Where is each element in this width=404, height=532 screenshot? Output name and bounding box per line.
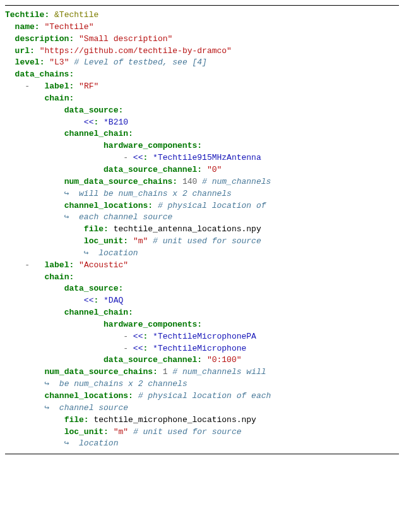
item1-file-key: file <box>84 224 104 234</box>
item2-label-val: "Acoustic" <box>79 260 128 270</box>
item1-locunit-comment: # unit used for source <box>153 236 261 246</box>
item1-locunit-key: loc_unit <box>84 236 123 246</box>
level-val: "L3" <box>49 57 69 67</box>
item2-chloc-key: channel_locations <box>44 391 128 401</box>
item2-locunit-comment: # unit used for source <box>133 427 242 437</box>
item2-label-key: label <box>44 260 69 270</box>
item2-chain-key: chain <box>44 272 69 282</box>
item2-hw-key: hardware_components <box>104 320 197 329</box>
description-val: "Small description" <box>79 34 172 44</box>
item2-daq: *DAQ <box>104 296 123 305</box>
item2-locunit-val: "m" <box>114 427 128 437</box>
item1-numchains-comment: # num_channels <box>202 177 271 186</box>
item1-chloc-comment: # physical location of <box>158 201 266 210</box>
item1-merge2: << <box>133 153 143 162</box>
item1-chloc-cont: each channel source <box>69 212 172 222</box>
name-val: "Techtile" <box>44 22 93 32</box>
item2-merge3: << <box>133 344 143 353</box>
item1-cc-key: channel_chain <box>64 129 128 138</box>
cont-arrow: ↪ <box>84 248 89 258</box>
item2-dsc-key: data_source_channel <box>104 355 197 365</box>
item2-micpa: *TechtileMicrophonePA <box>153 332 256 341</box>
item1-locunit-val: "m" <box>133 236 148 246</box>
item1-label-val: "RF" <box>79 82 98 91</box>
item2-merge: << <box>84 296 94 305</box>
item1-dsc-key: data_source_channel <box>104 165 197 174</box>
root-key: Techtile <box>5 10 44 20</box>
item1-merge: << <box>84 118 94 127</box>
item2-chloc-cont: channel source <box>49 403 128 413</box>
item1-locunit-cont: location <box>89 248 138 258</box>
item1-numchains-val: 140 <box>182 177 197 186</box>
yaml-code-block: Techtile: &Techtile name: "Techtile" des… <box>5 5 399 454</box>
url-val: "https://github.com/techtile-by-dramco" <box>40 46 232 56</box>
level-comment: # Level of testbed, see [4] <box>74 57 207 67</box>
name-key: name <box>15 22 35 32</box>
item2-numchains-cont: be num_chains x 2 channels <box>49 379 187 389</box>
item1-label-key: label <box>44 82 69 91</box>
item1-numchains-key: num_data_source_chains <box>64 177 173 186</box>
item2-ds-key: data_source <box>64 284 119 293</box>
item1-chain-key: chain <box>44 94 69 103</box>
item1-numchains-cont: will be num_chains x 2 channels <box>69 189 231 198</box>
item1-dsc-val: "0" <box>207 165 222 174</box>
item2-dsc-val: "0:100" <box>207 355 242 365</box>
level-key: level <box>15 57 40 67</box>
item2-merge2: << <box>133 332 143 341</box>
item1-b210: *B210 <box>104 118 128 127</box>
item2-locunit-cont: location <box>69 438 118 448</box>
item2-numchains-val: 1 <box>163 367 168 377</box>
item2-numchains-key: num_data_source_chains <box>44 367 153 377</box>
item2-chloc-comment: # physical location of each <box>138 391 271 401</box>
item2-numchains-comment: # num_channels will <box>172 367 266 377</box>
item2-locunit-key: loc_unit <box>64 427 104 437</box>
url-key: url <box>15 46 30 56</box>
item2-file-key: file <box>64 415 84 425</box>
data-chains-key: data_chains <box>15 70 69 79</box>
item1-antenna: *Techtile915MHzAntenna <box>153 153 261 162</box>
item1-chloc-key: channel_locations <box>64 201 148 210</box>
item2-mic: *TechtileMicrophone <box>153 344 246 353</box>
item1-ds-key: data_source <box>64 106 119 115</box>
description-key: description <box>15 34 69 44</box>
item2-file-val: techtile_microphone_locations.npy <box>93 415 256 425</box>
root-anchor: &Techtile <box>54 10 98 20</box>
item1-hw-key: hardware_components <box>104 141 197 150</box>
item2-cc-key: channel_chain <box>64 308 128 317</box>
item1-file-val: techtile_antenna_locations.npy <box>114 224 261 234</box>
